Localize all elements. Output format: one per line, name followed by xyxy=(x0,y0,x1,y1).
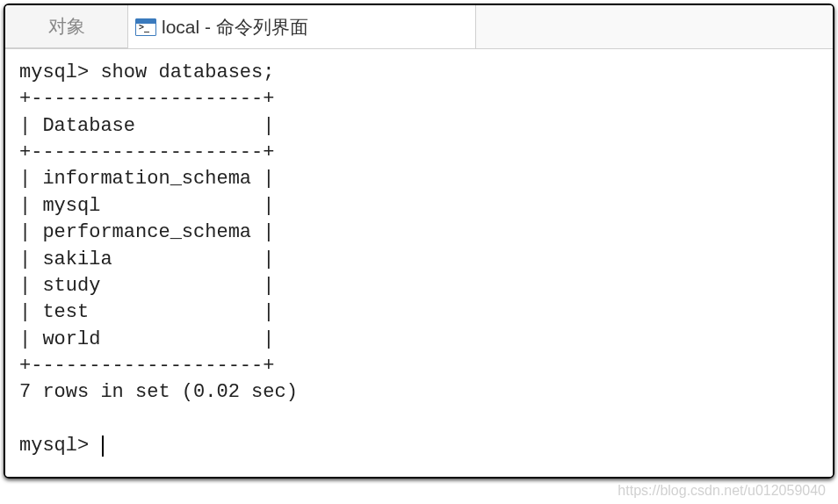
table-border: +--------------------+ xyxy=(19,88,274,110)
prompt: mysql> xyxy=(19,435,100,457)
table-row: world xyxy=(31,328,263,350)
table-pipe: | xyxy=(263,115,274,137)
terminal-output[interactable]: mysql> show databases; +----------------… xyxy=(5,49,833,477)
table-pipe: | xyxy=(19,115,31,137)
tab-empty-area xyxy=(476,5,834,48)
result-summary: 7 rows in set (0.02 sec) xyxy=(19,381,298,403)
table-pipe: | xyxy=(19,221,31,243)
table-row: sakila xyxy=(31,248,263,270)
table-pipe: | xyxy=(263,328,274,350)
table-pipe: | xyxy=(19,301,31,323)
table-header: Database xyxy=(31,115,263,137)
tab-label: 对象 xyxy=(48,14,85,39)
app-window: 对象 local - 命令列界面 mysql> show databases; … xyxy=(4,4,834,479)
table-row: mysql xyxy=(31,195,263,217)
tab-label: local - 命令列界面 xyxy=(162,15,308,40)
watermark: https://blog.csdn.net/u012059040 xyxy=(618,483,826,499)
table-pipe: | xyxy=(19,275,31,297)
tab-cli[interactable]: local - 命令列界面 xyxy=(128,5,476,48)
table-pipe: | xyxy=(263,168,274,190)
prompt: mysql> xyxy=(19,61,89,83)
table-pipe: | xyxy=(19,195,31,217)
table-row: test xyxy=(31,301,263,323)
table-pipe: | xyxy=(263,221,274,243)
command-text: show databases; xyxy=(100,61,274,83)
table-pipe: | xyxy=(19,328,31,350)
table-pipe: | xyxy=(263,301,274,323)
table-pipe: | xyxy=(263,195,274,217)
text-cursor xyxy=(102,436,104,457)
table-pipe: | xyxy=(19,168,31,190)
table-row: performance_schema xyxy=(31,221,263,243)
terminal-icon xyxy=(135,18,156,36)
tab-bar: 对象 local - 命令列界面 xyxy=(5,5,833,49)
table-row: study xyxy=(31,275,263,297)
table-pipe: | xyxy=(263,248,274,270)
table-border: +--------------------+ xyxy=(19,141,274,163)
table-pipe: | xyxy=(19,248,31,270)
table-pipe: | xyxy=(263,275,274,297)
tab-objects[interactable]: 对象 xyxy=(5,5,128,48)
table-border: +--------------------+ xyxy=(19,355,274,377)
table-row: information_schema xyxy=(31,168,263,190)
